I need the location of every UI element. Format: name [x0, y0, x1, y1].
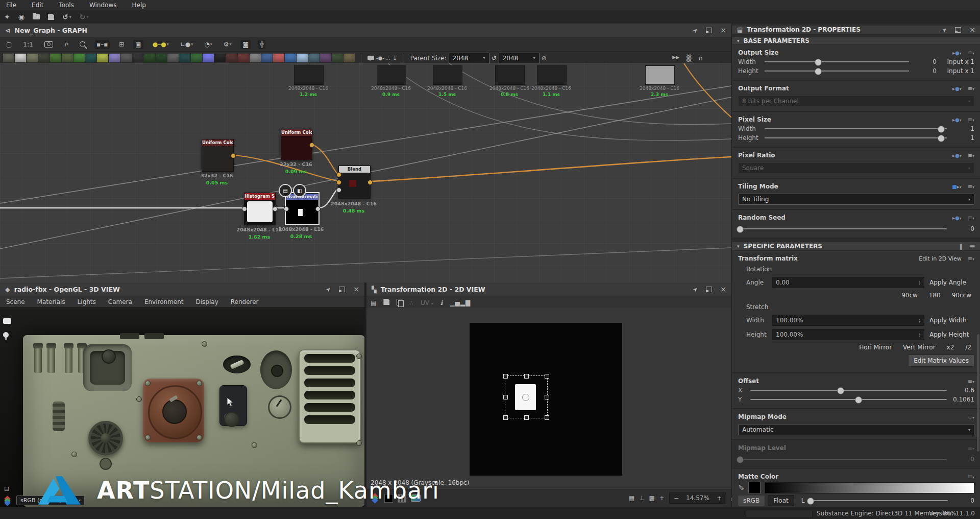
node-type-tile[interactable]: [132, 54, 143, 62]
menu-item[interactable]: Tools: [59, 2, 74, 9]
luminance-gradient[interactable]: [765, 482, 974, 493]
gizmo-handle[interactable]: [503, 415, 508, 420]
scene-tree-icon[interactable]: ⊟: [4, 485, 9, 492]
pixel-height-slider[interactable]: [765, 137, 947, 138]
hori-mirror-button[interactable]: Hori Mirror: [859, 344, 892, 351]
node-connections-icon[interactable]: ⊞: [117, 40, 126, 49]
redo-icon[interactable]: ↻▾: [80, 13, 89, 21]
node-partial[interactable]: [377, 65, 406, 85]
pin-icon[interactable]: ➤: [692, 26, 700, 34]
float-window-icon[interactable]: [339, 287, 345, 292]
x2-button[interactable]: x2: [947, 344, 954, 351]
width-input-mode[interactable]: Input x 1: [941, 58, 974, 65]
save-image-icon[interactable]: [383, 299, 389, 306]
eyedropper-icon[interactable]: ✐: [738, 484, 744, 492]
node-partial[interactable]: [294, 65, 324, 85]
node-type-tile[interactable]: [109, 54, 120, 62]
node-type-tile[interactable]: [308, 54, 320, 62]
node-type-tile[interactable]: [273, 54, 284, 62]
background-swatch[interactable]: [384, 494, 393, 503]
view-3d-menu-item[interactable]: Materials: [37, 298, 65, 305]
pixel-width-slider[interactable]: [765, 128, 947, 129]
zoom-level[interactable]: 14.57%: [683, 494, 713, 502]
view-3d-menu-item[interactable]: Scene: [6, 298, 25, 305]
node-type-tile[interactable]: [144, 54, 155, 62]
parameter-menu-icon[interactable]: ≡▾: [968, 215, 974, 221]
node-type-tile[interactable]: [120, 54, 132, 62]
actual-size-icon[interactable]: 1:1: [21, 40, 35, 49]
node-partial[interactable]: [433, 65, 462, 85]
parameters-menu-icon[interactable]: ≡: [969, 242, 975, 250]
parameter-menu-icon[interactable]: ≡▾: [968, 116, 974, 123]
height-slider[interactable]: [765, 70, 909, 72]
stretch-height-input[interactable]: 100.00% ▴▾: [772, 329, 924, 340]
color-channels-icon[interactable]: [3, 497, 12, 505]
close-icon[interactable]: ×: [969, 26, 975, 34]
input-port[interactable]: [284, 206, 289, 211]
crop-bounds-icon[interactable]: ╬: [258, 40, 265, 49]
expose-parameter-icon[interactable]: ▸●▾: [952, 86, 962, 91]
pin-node-icon[interactable]: ↧: [393, 55, 398, 62]
view-3d-menu-item[interactable]: Lights: [78, 298, 96, 305]
tiling-inherit-icon[interactable]: ■▸▾: [952, 184, 962, 190]
apply-angle-button[interactable]: Apply Angle: [929, 279, 974, 286]
node-type-tile[interactable]: [285, 54, 296, 62]
node-type-tile[interactable]: [238, 54, 249, 62]
div2-button[interactable]: /2: [965, 344, 971, 351]
expose-parameter-icon[interactable]: ▸●▾: [952, 117, 962, 123]
parent-height-select[interactable]: 2048▾: [499, 53, 540, 64]
graph-tools-icon[interactable]: ⚙▾: [222, 40, 234, 49]
menu-item[interactable]: File: [6, 2, 16, 9]
display-profile-icon[interactable]: [411, 494, 421, 502]
node-type-tile[interactable]: [27, 54, 38, 62]
preset-icon[interactable]: ❚: [959, 243, 963, 250]
node-type-tile[interactable]: [85, 54, 96, 62]
mipmap-level-value[interactable]: 0: [951, 456, 974, 463]
open-icon[interactable]: [33, 14, 40, 19]
histogram-icon[interactable]: ▁▅▂▇: [450, 299, 471, 306]
node-type-tile[interactable]: [250, 54, 261, 62]
pixel-ratio-select[interactable]: Square▾: [738, 162, 974, 174]
node-quick-view-icon[interactable]: ▤: [279, 184, 292, 197]
close-icon[interactable]: ×: [353, 285, 359, 293]
pin-icon[interactable]: ➤: [941, 26, 949, 34]
node-type-tile[interactable]: [332, 54, 343, 62]
node-type-tile[interactable]: [297, 54, 308, 62]
section-base-parameters[interactable]: ▾ BASE PARAMETERS: [732, 37, 980, 45]
node-uniform-color-2[interactable]: Uniform Color: [281, 129, 312, 160]
luminance-slider[interactable]: [807, 500, 948, 501]
tab-srgb[interactable]: sRGB: [738, 496, 765, 506]
close-icon[interactable]: ×: [720, 285, 726, 293]
output-port[interactable]: [273, 206, 278, 211]
tab-float[interactable]: Float: [768, 495, 794, 506]
apply-height-button[interactable]: Apply Height: [929, 331, 974, 338]
float-window-icon[interactable]: [955, 27, 961, 33]
node-type-tile[interactable]: [74, 54, 85, 62]
node-transformation-2d[interactable]: Transformation 2D: [286, 193, 318, 224]
output-port[interactable]: [309, 143, 314, 148]
channel-select-icon[interactable]: [371, 494, 380, 502]
input-port[interactable]: [336, 187, 341, 193]
display-mode-icon[interactable]: [3, 318, 11, 324]
link-display-icon[interactable]: ▪–▪: [94, 40, 110, 49]
magnet-icon[interactable]: ∩: [698, 55, 703, 62]
output-port[interactable]: [368, 180, 373, 185]
node-type-tile[interactable]: [261, 54, 273, 62]
node-type-tile[interactable]: [191, 54, 202, 62]
node-type-tile[interactable]: [50, 54, 61, 62]
menu-item[interactable]: Windows: [89, 2, 117, 9]
output-format-select[interactable]: 8 Bits per Channel▾: [738, 96, 974, 107]
gizmo-handle[interactable]: [524, 374, 529, 379]
luminance-value[interactable]: 0: [951, 497, 974, 504]
node-type-tile[interactable]: [62, 54, 73, 62]
stretch-width-input[interactable]: 100.00% ▴▾: [772, 315, 924, 326]
expose-parameter-icon[interactable]: ▸●▾: [952, 215, 962, 221]
view-3d-menu-item[interactable]: Renderer: [231, 298, 259, 305]
portal-node-icon[interactable]: ∴: [386, 55, 390, 62]
stack-windows-icon[interactable]: ▣: [133, 40, 143, 49]
parameter-menu-icon[interactable]: ≡▾: [968, 152, 974, 159]
float-window-icon[interactable]: [706, 287, 712, 292]
expose-parameter-icon[interactable]: ▸●▾: [952, 153, 962, 158]
close-icon[interactable]: ×: [720, 26, 726, 34]
gizmo-handle[interactable]: [524, 415, 529, 420]
